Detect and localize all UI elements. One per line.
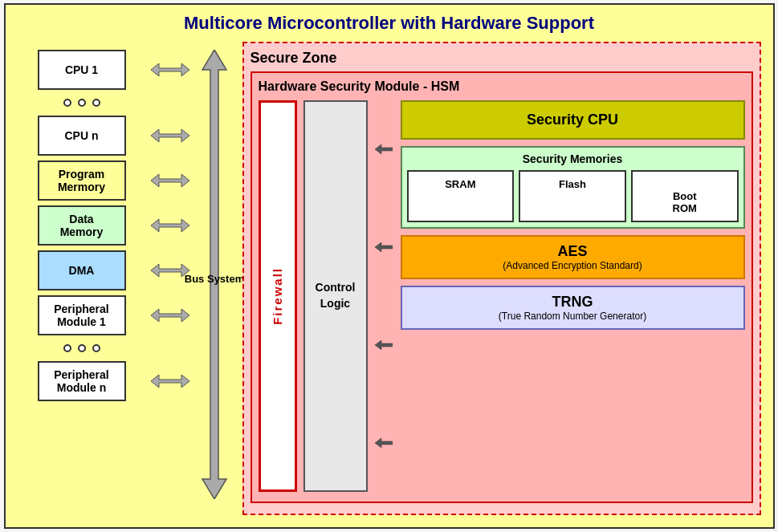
sram-block: SRAM — [407, 170, 515, 222]
svg-marker-9 — [375, 242, 393, 252]
double-arrow-svg — [151, 372, 189, 391]
program-memory-block: Program Mermory — [38, 160, 126, 201]
right-section: Secure Zone Hardware Security Module - H… — [234, 42, 761, 515]
left-arrow-svg-2 — [375, 242, 393, 253]
firewall-label: Firewall — [271, 267, 284, 325]
hsm-box: Hardware Security Module - HSM Firewall … — [251, 71, 753, 503]
boot-rom-block: Boot ROM — [631, 170, 739, 222]
dots-spacer-2 — [150, 340, 190, 356]
dots-spacer-1 — [150, 95, 190, 111]
dma-arrow — [150, 250, 190, 290]
svg-marker-4 — [151, 264, 189, 277]
svg-marker-1 — [151, 129, 189, 142]
security-memories-container: Security Memories SRAM Flash — [401, 146, 745, 229]
data-memory-arrow — [150, 205, 190, 246]
svg-marker-5 — [151, 309, 189, 322]
dots-row-1 — [38, 95, 126, 111]
middle-arrows — [374, 100, 394, 492]
security-memories-title: Security Memories — [407, 152, 739, 165]
peripheraln-block: Peripheral Module n — [38, 361, 126, 401]
double-arrow-svg — [151, 60, 189, 79]
control-logic-box: Control Logic — [303, 100, 368, 492]
aes-title: AES — [409, 243, 737, 260]
double-arrow-svg — [151, 261, 189, 280]
security-cpu-box: Security CPU — [401, 100, 745, 140]
left-arrow-svg-4 — [375, 437, 393, 449]
dots-row-2 — [38, 340, 126, 356]
security-cpu-label: Security CPU — [527, 112, 618, 128]
svg-marker-0 — [151, 63, 189, 76]
page-title: Multicore Microcontroller with Hardware … — [18, 13, 761, 34]
svg-marker-6 — [151, 375, 189, 388]
firewall-box: Firewall — [259, 100, 297, 492]
flash-block: Flash — [519, 170, 626, 222]
dot — [78, 344, 86, 352]
dot — [78, 99, 86, 107]
dot — [92, 344, 100, 352]
left-arrow-svg-3 — [375, 339, 393, 351]
cpun-block: CPU n — [38, 116, 126, 156]
aes-box: AES (Advanced Encryption Standard) — [401, 235, 745, 279]
double-arrow-svg — [151, 171, 189, 190]
peripheral1-block: Peripheral Module 1 — [38, 295, 126, 335]
bus-system-container: Bus System — [194, 42, 234, 515]
data-memory-block: Data Memory — [38, 205, 126, 246]
peripheral1-arrow — [150, 295, 190, 335]
dma-block: DMA — [38, 250, 126, 290]
trng-title: TRNG — [409, 294, 737, 311]
control-logic-label: Control Logic — [316, 280, 356, 311]
double-arrow-svg — [151, 126, 189, 145]
program-memory-arrow — [150, 160, 190, 201]
hsm-title: Hardware Security Module - HSM — [259, 79, 745, 94]
secure-zone: Secure Zone Hardware Security Module - H… — [242, 42, 761, 515]
peripheraln-arrow — [150, 361, 190, 401]
cpun-arrow — [150, 116, 190, 156]
memory-blocks-row: SRAM Flash Boot ROM — [407, 170, 739, 222]
svg-marker-11 — [375, 438, 393, 448]
svg-marker-3 — [151, 219, 189, 232]
cpu1-arrow — [150, 50, 190, 90]
trng-box: TRNG (True Random Number Generator) — [401, 286, 745, 330]
bus-label: Bus System — [184, 273, 243, 285]
diagram-area: CPU 1 CPU n Program Mermory Data Memory … — [18, 42, 761, 515]
main-container: Multicore Microcontroller with Hardware … — [4, 3, 775, 529]
right-modules: Security CPU Security Memories SRAM — [401, 100, 745, 492]
hsm-inner: Firewall Control Logic — [259, 100, 745, 492]
trng-subtitle: (True Random Number Generator) — [409, 311, 737, 322]
dot — [92, 99, 100, 107]
svg-marker-2 — [151, 174, 189, 187]
double-arrow-svg — [151, 216, 189, 235]
dot — [63, 344, 71, 352]
svg-marker-8 — [375, 144, 393, 154]
aes-subtitle: (Advanced Encryption Standard) — [409, 260, 737, 271]
left-column: CPU 1 CPU n Program Mermory Data Memory … — [18, 42, 146, 515]
cpu1-block: CPU 1 — [38, 50, 126, 90]
left-arrow-svg-1 — [375, 144, 393, 155]
dot — [63, 99, 71, 107]
double-arrow-svg — [151, 306, 189, 325]
secure-zone-title: Secure Zone — [251, 50, 753, 67]
svg-marker-10 — [375, 340, 393, 350]
